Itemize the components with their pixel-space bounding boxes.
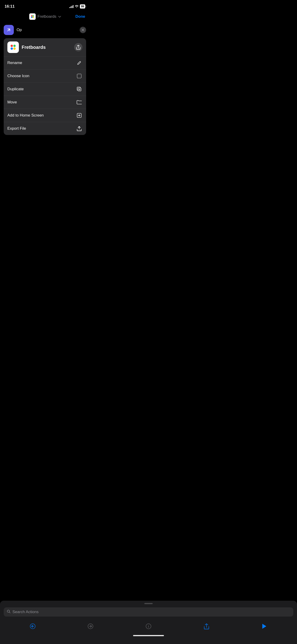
nav-app-icon [29, 13, 36, 20]
nav-title-text: Fretboards [38, 14, 56, 19]
close-icon [82, 28, 84, 31]
add-home-label: Add to Home Screen [7, 113, 44, 118]
shortcut-icon [4, 25, 14, 35]
menu-item-rename[interactable]: Rename [4, 56, 86, 69]
svg-point-4 [32, 16, 34, 18]
svg-point-7 [13, 45, 16, 47]
arrow-up-right-icon [6, 28, 11, 32]
status-bar: 16:11 99 [0, 0, 90, 12]
nav-title: Fretboards [29, 13, 61, 20]
done-button[interactable]: Done [75, 14, 85, 19]
menu-app-icon [7, 42, 19, 53]
choose-icon-label: Choose Icon [7, 74, 29, 78]
svg-point-8 [10, 48, 13, 50]
menu-item-duplicate[interactable]: Duplicate [4, 83, 86, 96]
export-label: Export File [7, 126, 26, 131]
menu-item-add-home[interactable]: Add to Home Screen [4, 109, 86, 122]
context-menu: Fretboards Rename Choose Icon Duplicat [4, 38, 86, 135]
battery-level: 99 [81, 5, 84, 8]
shortcut-close-button[interactable] [80, 27, 86, 33]
move-label: Move [7, 100, 17, 104]
menu-item-move[interactable]: Move [4, 96, 86, 109]
battery-icon: 99 [80, 4, 85, 8]
svg-point-2 [32, 15, 34, 16]
svg-point-6 [10, 45, 13, 47]
menu-share-button[interactable] [74, 43, 82, 51]
menu-item-export[interactable]: Export File [4, 122, 86, 135]
duplicate-icon [76, 86, 82, 92]
status-icons: 99 [69, 4, 85, 8]
svg-rect-0 [30, 14, 35, 19]
svg-rect-10 [77, 74, 81, 78]
spacer [0, 136, 90, 196]
svg-rect-5 [8, 42, 18, 52]
status-time: 16:11 [4, 4, 14, 9]
add-square-icon [76, 112, 82, 118]
chevron-down-icon [58, 15, 61, 18]
nav-bar: Fretboards Done [0, 12, 90, 22]
pencil-icon [76, 60, 82, 66]
menu-app-name: Fretboards [22, 45, 71, 50]
shortcut-row: Op [0, 22, 90, 37]
signal-icon [69, 5, 74, 8]
shortcut-name: Op [16, 28, 77, 32]
export-icon [76, 125, 82, 132]
choose-icon-icon [76, 73, 82, 79]
svg-point-1 [31, 15, 32, 16]
share-icon [76, 45, 80, 50]
wifi-icon [75, 4, 78, 8]
menu-header: Fretboards [4, 38, 86, 56]
rename-label: Rename [7, 60, 22, 65]
folder-icon [76, 99, 82, 106]
menu-item-choose-icon[interactable]: Choose Icon [4, 70, 86, 82]
svg-point-3 [31, 16, 32, 18]
fretboards-app-icon [8, 42, 18, 52]
fretboards-logo [30, 14, 35, 19]
duplicate-label: Duplicate [7, 87, 24, 92]
svg-point-9 [13, 48, 16, 50]
